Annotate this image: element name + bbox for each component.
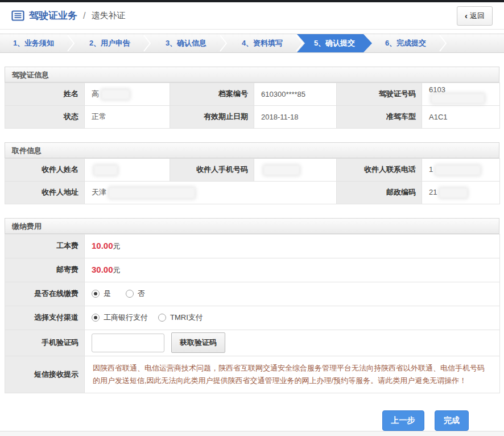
pickup-info-section: 取件信息 收件人姓名 收件人手机号码 收件人联系电话 1 收件人地址 天津 邮政… — [5, 142, 499, 204]
recipient-mobile-value — [254, 158, 337, 181]
payment-channel-label: 选择支付渠道 — [5, 306, 85, 330]
step-5-confirm-submit-active[interactable]: 5、确认提交 — [297, 34, 372, 52]
table-row: 收件人姓名 收件人手机号码 收件人联系电话 1 — [5, 158, 500, 181]
radio-checked-icon[interactable] — [92, 290, 100, 298]
radio-checked-icon[interactable] — [92, 314, 100, 322]
page-title-sub: 遗失补证 — [91, 10, 125, 21]
form-actions: 上一步 完成 — [0, 410, 469, 431]
recipient-phone-value: 1 — [422, 158, 500, 181]
recipient-address-label: 收件人地址 — [5, 181, 85, 204]
fees-section: 缴纳费用 工本费 10.00元 邮寄费 30.00元 是否在线缴费 — [5, 218, 499, 393]
table-row: 邮寄费 30.00元 — [5, 258, 500, 282]
license-number-value: 6103 — [422, 83, 500, 105]
production-fee-label: 工本费 — [5, 234, 85, 258]
postage-fee-value: 30.00元 — [85, 258, 500, 282]
page: 驾驶证业务 / 遗失补证 ‹ 返回 1、业务须知 2、用户申告 3、确认信息 4… — [0, 0, 504, 436]
vehicle-class-value: A1C1 — [422, 105, 500, 128]
table-row: 选择支付渠道 工商银行支付 TMRI支付 — [5, 306, 500, 330]
recipient-phone-label: 收件人联系电话 — [337, 158, 422, 181]
step-divider-icon — [67, 34, 76, 52]
chevron-left-icon: ‹ — [465, 11, 468, 20]
sms-code-label: 手机验证码 — [5, 330, 85, 356]
fee-amount: 10.00 — [92, 241, 113, 250]
radio-label: 是 — [104, 289, 111, 299]
name-label: 姓名 — [5, 83, 85, 105]
table-row: 姓名 高 档案编号 610300****85 驾驶证号码 6103 — [5, 83, 500, 105]
postage-fee-label: 邮寄费 — [5, 258, 85, 282]
step-divider-icon — [439, 34, 448, 52]
vehicle-class-label: 准驾车型 — [337, 105, 422, 128]
license-number-label: 驾驶证号码 — [337, 83, 422, 105]
recipient-name-value — [85, 158, 170, 181]
fee-amount: 30.00 — [92, 265, 113, 274]
postcode-label: 邮政编码 — [337, 181, 422, 204]
redaction-blur — [109, 188, 195, 198]
form-list-icon — [11, 10, 24, 21]
table-row: 工本费 10.00元 — [5, 234, 500, 258]
sms-code-row: 获取验证码 — [85, 330, 500, 356]
radio-unchecked-icon[interactable] — [126, 290, 134, 298]
header-gap — [0, 30, 504, 34]
fees-table: 工本费 10.00元 邮寄费 30.00元 是否在线缴费 是 — [5, 234, 500, 393]
fees-section-title: 缴纳费用 — [5, 218, 499, 234]
get-code-button[interactable]: 获取验证码 — [171, 332, 225, 353]
file-number-value: 610300****85 — [254, 83, 337, 105]
license-section-title: 驾驶证信息 — [5, 67, 499, 83]
expiry-label: 有效期止日期 — [170, 105, 254, 128]
redaction-blur — [436, 166, 480, 175]
redaction-blur — [440, 188, 467, 198]
step-divider-icon — [143, 34, 152, 52]
production-fee-value: 10.00元 — [85, 234, 500, 258]
radio-label: 工商银行支付 — [104, 312, 148, 323]
app-header: 驾驶证业务 / 遗失补证 ‹ 返回 — [0, 2, 504, 29]
page-title: 驾驶证业务 / 遗失补证 — [11, 9, 125, 22]
expiry-value: 2018-11-18 — [254, 105, 337, 128]
radio-option-tmri[interactable]: TMRI支付 — [158, 312, 203, 323]
status-value: 正常 — [85, 105, 170, 128]
table-row: 状态 正常 有效期止日期 2018-11-18 准驾车型 A1C1 — [5, 105, 500, 128]
back-button-label: 返回 — [470, 11, 485, 21]
radio-option-no[interactable]: 否 — [126, 289, 145, 299]
postcode-value: 21 — [422, 181, 500, 204]
recipient-name-label: 收件人姓名 — [5, 158, 85, 181]
online-pay-options: 是 否 — [85, 282, 500, 306]
radio-label: TMRI支付 — [170, 312, 203, 323]
recipient-address-value: 天津 — [85, 181, 337, 204]
step-1-business-notice[interactable]: 1、业务须知 — [0, 34, 67, 52]
redaction-blur — [432, 94, 484, 103]
wizard-steps: 1、业务须知 2、用户申告 3、确认信息 4、资料填写 5、确认提交 6、完成提… — [0, 34, 504, 53]
step-divider-icon — [220, 34, 229, 52]
recipient-mobile-label: 收件人手机号码 — [170, 158, 254, 181]
page-title-main: 驾驶证业务 — [29, 9, 77, 22]
fee-unit: 元 — [113, 266, 121, 274]
redaction-blur — [94, 166, 117, 175]
table-row: 是否在线缴费 是 否 — [5, 282, 500, 306]
finish-button[interactable]: 完成 — [435, 410, 469, 431]
step-6-complete-submit[interactable]: 6、完成提交 — [372, 34, 439, 52]
step-3-confirm-info[interactable]: 3、确认信息 — [152, 34, 220, 52]
radio-label: 否 — [138, 289, 145, 299]
radio-option-yes[interactable]: 是 — [92, 289, 111, 299]
online-pay-label: 是否在线缴费 — [5, 282, 85, 306]
step-4-fill-data[interactable]: 4、资料填写 — [229, 34, 296, 52]
previous-step-button[interactable]: 上一步 — [382, 410, 424, 431]
steps-tail — [448, 34, 504, 52]
breadcrumb-separator: / — [83, 11, 85, 21]
license-info-section: 驾驶证信息 姓名 高 档案编号 610300****85 驾驶证号码 6103 … — [5, 67, 499, 129]
status-label: 状态 — [5, 105, 85, 128]
table-row: 手机验证码 获取验证码 — [5, 330, 500, 356]
table-row: 收件人地址 天津 邮政编码 21 — [5, 181, 500, 204]
pickup-info-table: 收件人姓名 收件人手机号码 收件人联系电话 1 收件人地址 天津 邮政编码 21 — [5, 158, 500, 204]
step-2-user-declaration[interactable]: 2、用户申告 — [76, 34, 143, 52]
footer-divider — [0, 431, 504, 436]
table-row: 短信接收提示 因陕西省联通、电信运营商技术问题，陕西省互联网交通安全综合服务管理… — [5, 356, 500, 393]
radio-unchecked-icon[interactable] — [158, 314, 166, 322]
sms-notice-text: 因陕西省联通、电信运营商技术问题，陕西省互联网交通安全综合服务管理平台无法向持陕… — [85, 356, 500, 393]
redaction-blur — [102, 90, 129, 99]
radio-option-icbc[interactable]: 工商银行支付 — [92, 312, 148, 323]
back-button[interactable]: ‹ 返回 — [457, 6, 493, 26]
payment-channel-options: 工商银行支付 TMRI支付 — [85, 306, 500, 330]
license-info-table: 姓名 高 档案编号 610300****85 驾驶证号码 6103 状态 正常 … — [5, 83, 500, 129]
sms-notice-label: 短信接收提示 — [5, 356, 85, 393]
sms-code-input[interactable] — [92, 334, 164, 352]
